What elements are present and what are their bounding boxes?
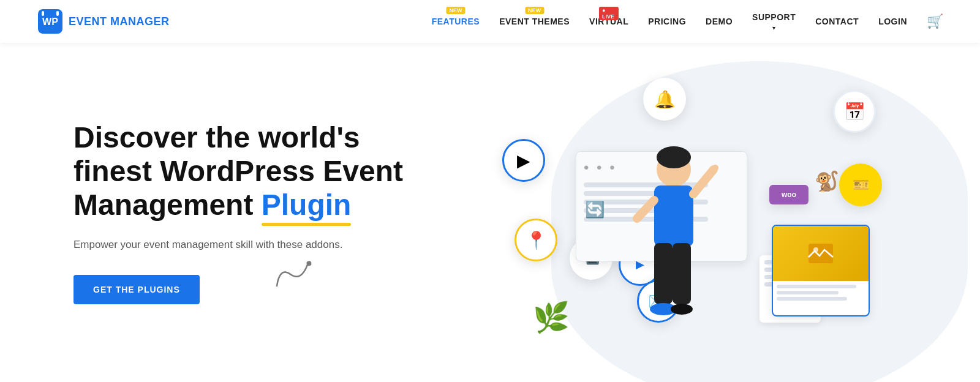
heading-line3-prefix: Management xyxy=(74,189,262,221)
nav-item-pricing[interactable]: PRICING xyxy=(648,17,686,26)
person-illustration xyxy=(606,139,729,335)
features-label: FEATURES xyxy=(432,17,480,26)
svg-rect-12 xyxy=(654,243,673,304)
main-nav: NEW FEATURES NEW EVENT THEMES ● LIVE VIR… xyxy=(432,12,943,31)
hero-section: Discover the world's finest WordPress Ev… xyxy=(0,43,980,382)
squiggle-decoration xyxy=(266,255,322,301)
event-themes-badge: NEW xyxy=(525,7,544,14)
features-badge: NEW xyxy=(446,7,465,14)
virtual-badge: ● LIVE xyxy=(599,7,619,20)
support-chevron-icon: ▾ xyxy=(772,24,775,31)
get-plugins-button[interactable]: GET THE PLUGINS xyxy=(74,275,200,304)
nav-item-demo[interactable]: DEMO xyxy=(706,17,733,26)
svg-line-10 xyxy=(693,170,714,194)
nav-item-login[interactable]: LOGIN xyxy=(878,17,907,26)
logo[interactable]: WP EVENT MANAGER xyxy=(37,8,170,35)
svg-rect-3 xyxy=(56,11,59,16)
svg-rect-2 xyxy=(42,11,44,16)
nav-item-features[interactable]: NEW FEATURES xyxy=(432,17,480,26)
logo-text: EVENT MANAGER xyxy=(69,15,170,28)
woo-icon: woo xyxy=(769,185,809,204)
location-icon: 📍 xyxy=(514,219,557,261)
header: WP EVENT MANAGER NEW FEATURES NEW EVENT … xyxy=(0,0,980,43)
svg-point-15 xyxy=(671,304,693,315)
svg-point-16 xyxy=(712,165,718,171)
svg-rect-13 xyxy=(673,243,691,304)
calendar-icon: 📅 xyxy=(833,90,876,133)
plant-icon: 🌿 xyxy=(533,301,570,335)
nav-item-event-themes[interactable]: NEW EVENT THEMES xyxy=(499,17,570,26)
demo-label: DEMO xyxy=(706,17,733,26)
support-label: SUPPORT xyxy=(752,12,796,22)
svg-point-8 xyxy=(657,146,691,168)
play-icon: ▶ xyxy=(502,139,545,182)
bell-icon: 🔔 xyxy=(643,78,686,121)
event-themes-label: EVENT THEMES xyxy=(499,17,570,26)
refresh-icon: 🔄 xyxy=(585,200,605,219)
image-card xyxy=(772,225,870,316)
contact-label: CONTACT xyxy=(815,17,859,26)
heading-highlight: Plugin xyxy=(262,189,352,221)
hero-subtext: Empower your event management skill with… xyxy=(74,236,343,253)
image-placeholder xyxy=(773,226,869,281)
hero-content: Discover the world's finest WordPress Ev… xyxy=(74,121,441,305)
ticket-icon: 🎫 xyxy=(839,163,882,206)
cart-icon[interactable]: 🛒 xyxy=(927,13,943,29)
nav-item-contact[interactable]: CONTACT xyxy=(815,17,859,26)
svg-text:WP: WP xyxy=(42,17,58,27)
svg-point-6 xyxy=(813,247,818,252)
svg-rect-9 xyxy=(654,185,693,247)
hero-heading: Discover the world's finest WordPress Ev… xyxy=(74,121,441,222)
login-label: LOGIN xyxy=(878,17,907,26)
monkey-icon: 🐒 xyxy=(815,170,839,193)
illustration-container: 🔔 📅 ▶ 🎫 📍 📹 ▶ woo 🐒 ✉️ • • • xyxy=(496,59,888,365)
nav-item-support[interactable]: SUPPORT ▾ xyxy=(752,12,796,31)
nav-item-virtual[interactable]: ● LIVE VIRTUAL xyxy=(589,17,628,26)
svg-line-11 xyxy=(637,200,654,219)
hero-illustration: 🔔 📅 ▶ 🎫 📍 📹 ▶ woo 🐒 ✉️ • • • xyxy=(441,43,943,382)
img-card-lines xyxy=(773,281,869,304)
heading-line1: Discover the world's xyxy=(74,121,360,154)
heading-line2: finest WordPress Event xyxy=(74,155,403,187)
pricing-label: PRICING xyxy=(648,17,686,26)
logo-icon: WP xyxy=(37,8,64,35)
